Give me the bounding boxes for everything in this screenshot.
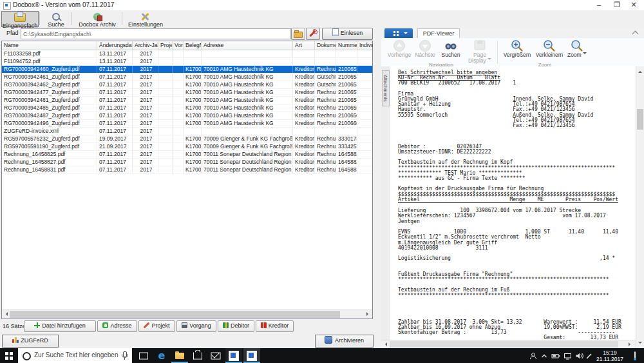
table-row[interactable]: RG700003942460_Zugferd.pdf07.11.20172017…: [2, 66, 372, 74]
microphone-icon[interactable]: [121, 351, 128, 360]
table-row[interactable]: RG700003942496_Zugferd.pdf07.11.20172017…: [2, 120, 372, 128]
taskbar-search[interactable]: Zur Suche Text hier eingeben: [18, 348, 132, 363]
viewer-app-menu-button[interactable]: [384, 28, 413, 38]
table-row[interactable]: RG700003942477_Zugferd.pdf07.11.20172017…: [2, 89, 372, 97]
start-button[interactable]: [0, 348, 18, 363]
clock[interactable]: 15:19 21.11.2017: [593, 348, 627, 363]
suchen-button[interactable]: Suchen: [438, 39, 464, 60]
table-row[interactable]: ZUGFeRD-invoice.xml07.11.20172017: [2, 128, 372, 135]
scroll-right-arrow[interactable]: [366, 312, 370, 316]
main-toolbar: Eingangsfach Suche Docbox Archiv Einstel…: [0, 10, 644, 27]
table-row[interactable]: Rechnung_16458827.pdf07.11.20172017K1700…: [2, 159, 372, 166]
debitor-button[interactable]: Debitor: [218, 320, 254, 332]
pdf-vertical-scrollbar[interactable]: [636, 66, 644, 348]
table-row[interactable]: RG700003942462_Zugferd.pdf07.11.20172017…: [2, 81, 372, 89]
vorgang-button[interactable]: Vorgang: [176, 320, 216, 332]
mail-button[interactable]: [207, 348, 224, 363]
scrollbar-thumb[interactable]: [390, 341, 618, 348]
maximize-button[interactable]: ❐: [609, 0, 625, 10]
file-explorer-button[interactable]: [171, 348, 188, 363]
table-row[interactable]: Rechnung_16458825.pdf07.11.20172017K1700…: [2, 151, 372, 159]
zugferd-button[interactable]: ZUGFeRD: [2, 335, 59, 348]
table-row[interactable]: RG597005591190_Zugferd.pdf21.09.20172017…: [2, 143, 372, 151]
table-cell: 2017: [133, 112, 158, 119]
minimize-button[interactable]: –: [591, 0, 607, 10]
table-cell: 70011 Sonepar Deutschland Region Süd Gmb…: [202, 159, 293, 166]
naechste-button[interactable]: Nächste: [412, 39, 438, 60]
edge-button[interactable]: e: [153, 348, 170, 363]
table-row[interactable]: RG700003942487_Zugferd.pdf07.11.20172017…: [2, 112, 372, 120]
table-cell: 13.11.2017: [97, 58, 133, 65]
column-header[interactable]: Name: [2, 41, 97, 50]
archivieren-button[interactable]: Archivieren: [315, 335, 374, 348]
scroll-left-arrow[interactable]: [383, 342, 387, 346]
task-view-button[interactable]: [135, 348, 152, 363]
column-header[interactable]: Vorg: [173, 41, 184, 50]
column-header[interactable]: Nummer: [336, 41, 357, 50]
table-cell: [336, 128, 357, 135]
verkleinern-button[interactable]: Verkleinern: [533, 39, 565, 60]
adresse-button[interactable]: Adresse: [97, 320, 137, 332]
store-button[interactable]: [189, 348, 206, 363]
table-row[interactable]: RG597005576232_Zugferd.pdf19.09.20172017…: [2, 135, 372, 143]
toolbar-button-docbox-archiv[interactable]: Docbox Archiv: [73, 11, 121, 27]
network-icon[interactable]: [562, 348, 573, 363]
column-header[interactable]: Adresse: [202, 41, 293, 50]
table-cell: 2017: [133, 74, 158, 81]
table-row[interactable]: F11094752.pdf13.11.20172017: [2, 58, 372, 66]
scroll-up-arrow[interactable]: [638, 69, 642, 73]
column-header[interactable]: Änderungsdatum: [97, 41, 133, 50]
path-input[interactable]: [21, 28, 291, 39]
table-horizontal-scrollbar[interactable]: [2, 309, 372, 319]
column-header[interactable]: Individu: [357, 41, 373, 50]
tray-chevron-up-icon[interactable]: [538, 348, 550, 363]
path-settings-button[interactable]: [306, 28, 320, 40]
scroll-left-arrow[interactable]: [4, 312, 8, 316]
column-header[interactable]: Archiv-Jahr: [133, 41, 158, 50]
table-row[interactable]: RG700003942485_Zugferd.pdf07.11.20172017…: [2, 104, 372, 112]
column-header[interactable]: Art: [293, 41, 315, 50]
app-button-1[interactable]: [225, 348, 242, 363]
toolbar-button-eingangsfach[interactable]: Eingangsfach: [1, 11, 39, 27]
viewer-ribbon: Vorherige Nächste Suchen Page Display: [381, 38, 644, 67]
table-cell: RG597005576232_Zugferd.pdf: [2, 135, 97, 142]
page-display-button[interactable]: Page Display: [464, 39, 496, 60]
scroll-right-arrow[interactable]: [629, 342, 632, 346]
zoom-dropdown-button[interactable]: Zoom: [565, 39, 589, 60]
table-cell: [173, 159, 184, 166]
einlesen-button[interactable]: Einlesen: [322, 28, 373, 40]
zoom-icon: [570, 39, 584, 52]
table-cell: Kreditoren: [293, 120, 315, 127]
scrollbar-thumb[interactable]: [10, 311, 340, 318]
table-cell: Kreditoren: [293, 97, 315, 104]
people-tray-icon[interactable]: [527, 348, 539, 363]
table-row[interactable]: RG700003942461_Zugferd.pdf07.11.20172017…: [2, 74, 372, 81]
app-button-2[interactable]: [243, 348, 260, 363]
footer-button-row: 16 Sätze Datei hinzufügen Adresse Projek…: [0, 320, 380, 332]
table-row[interactable]: RG700003942481_Zugferd.pdf07.11.20172017…: [2, 97, 372, 104]
kreditor-button[interactable]: Kreditor: [256, 320, 294, 332]
table-cell: Kreditoren: [293, 66, 315, 73]
tab-pdf-viewer[interactable]: PDF-Viewer: [417, 28, 460, 38]
pdf-horizontal-scrollbar[interactable]: [381, 340, 636, 348]
column-header[interactable]: Proje: [158, 41, 173, 50]
datei-hinzufuegen-button[interactable]: Datei hinzufügen: [24, 320, 96, 332]
toolbar-button-einstellungen[interactable]: Einstellungen: [124, 11, 167, 27]
vorherige-button[interactable]: Vorherige: [386, 39, 412, 60]
close-button[interactable]: ✕: [626, 0, 641, 10]
battery-icon[interactable]: [550, 348, 562, 363]
table-row[interactable]: F11033258.pdf13.11.20172017: [2, 50, 372, 58]
scroll-down-arrow[interactable]: [638, 342, 642, 346]
toolbar-button-suche[interactable]: Suche: [41, 11, 71, 27]
column-header[interactable]: Dokument: [315, 41, 336, 50]
scrollbar-thumb[interactable]: [637, 109, 643, 130]
browse-folder-button[interactable]: [291, 28, 305, 40]
column-header[interactable]: BelegNr: [184, 41, 202, 50]
table-cell: 2017: [133, 143, 158, 150]
table-row[interactable]: Rechnung_16458831.pdf07.11.20172017K1700…: [2, 166, 372, 174]
notification-center-button[interactable]: [627, 348, 643, 363]
ribbon-collapse-icon[interactable]: [632, 31, 639, 37]
vergroessern-button[interactable]: Vergrößern: [501, 39, 533, 60]
projekt-button[interactable]: Projekt: [138, 320, 175, 332]
attachments-tab[interactable]: Attachments: [382, 70, 390, 106]
